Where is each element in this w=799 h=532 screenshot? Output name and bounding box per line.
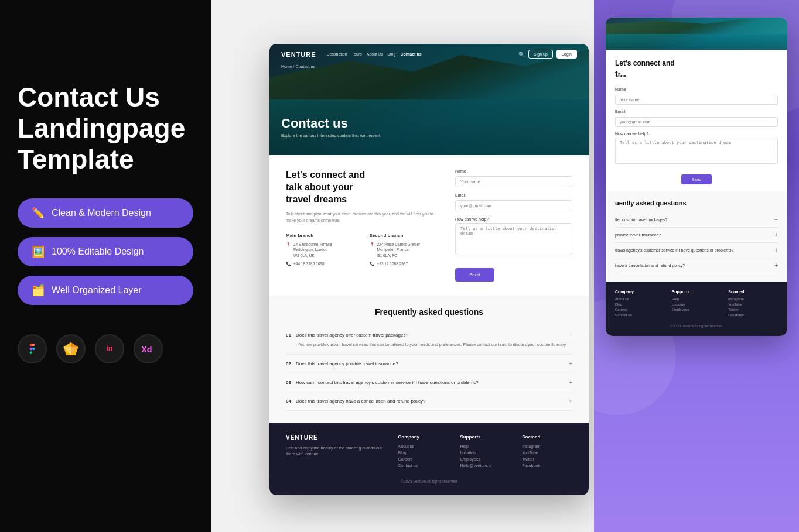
footer-email[interactable]: Hello@venture.io	[460, 464, 510, 468]
feature-badges: ✏️ Clean & Modern Design 🖼️ 100% Editabl…	[18, 198, 193, 305]
footer-location[interactable]: Location	[460, 451, 510, 455]
right-email-group: Email	[615, 109, 778, 127]
second-branch-phone: 📞 +33 12 1088 2987	[370, 261, 442, 266]
nav-contact[interactable]: Contact us	[400, 52, 421, 56]
footer-facebook[interactable]: Facebook	[522, 464, 572, 468]
faq-item-1[interactable]: 01 Does this travel agency offer custom …	[286, 326, 572, 355]
right-faq-item-3[interactable]: travel agency's customer service if I ha…	[615, 243, 778, 258]
footer-socmed-title: Socmed	[522, 434, 572, 440]
right-help-textarea[interactable]	[615, 138, 778, 164]
faq-item-2[interactable]: 02 Does this travel agency provide trave…	[286, 355, 572, 373]
footer-twitter[interactable]: Twitter	[522, 457, 572, 461]
right-send-button[interactable]: Send	[681, 174, 712, 184]
center-panel: VENTURE Destination Tours About us Blog …	[211, 0, 594, 532]
footer-company-title: Company	[398, 434, 449, 440]
search-icon[interactable]: 🔍	[518, 52, 525, 57]
nav-tours[interactable]: Tours	[352, 52, 362, 56]
footer-employees[interactable]: Employees	[460, 457, 510, 461]
footer-aboutus[interactable]: About us	[398, 444, 449, 448]
faq-num-3: 03	[286, 380, 291, 385]
clean-modern-badge[interactable]: ✏️ Clean & Modern Design	[18, 198, 193, 228]
faq-text-2: Does this travel agency provide travel i…	[296, 361, 569, 366]
right-footer-youtube[interactable]: YouTube	[728, 303, 778, 306]
faq-minus-1[interactable]: −	[569, 332, 572, 338]
faq-question-1: 01 Does this travel agency offer custom …	[286, 332, 572, 338]
organized-badge[interactable]: 🗂️ Well Organized Layer	[18, 276, 193, 305]
faq-title: Frequently asked questions	[286, 307, 572, 317]
nav-about[interactable]: About us	[367, 52, 383, 56]
footer-tagline: Feel and enjoy the beauty of the amazing…	[286, 445, 387, 458]
breadcrumb: Home / Contact us	[281, 64, 315, 68]
footer-careers[interactable]: Careers	[398, 457, 449, 461]
name-input[interactable]	[455, 176, 572, 187]
faq-text-4: Does this travel agency have a cancellat…	[296, 399, 569, 404]
email-field-group: Email	[455, 193, 572, 211]
right-faq-plus-4[interactable]: +	[774, 262, 778, 269]
right-faq-text-3: travel agency's customer service if I ha…	[615, 248, 774, 252]
contact-section: Let's connect andtalk about yourtravel d…	[269, 155, 589, 296]
page-title: Contact UsLandingpageTemplate	[18, 82, 193, 175]
right-footer-facebook[interactable]: Facebook	[728, 313, 778, 317]
design-icon: ✏️	[32, 207, 45, 219]
right-footer-col-company: Company About us Blog Careers Contact us	[615, 290, 665, 318]
name-field-group: Name	[455, 169, 572, 187]
right-footer-insta[interactable]: instagram	[728, 297, 778, 301]
right-footer-company-title: Company	[615, 290, 665, 294]
faq-question-2: 02 Does this travel agency provide trave…	[286, 361, 572, 367]
right-footer-location[interactable]: Location	[672, 303, 722, 306]
send-button[interactable]: Send	[455, 268, 494, 282]
login-button[interactable]: Login	[556, 50, 577, 59]
email-input[interactable]	[455, 200, 572, 211]
right-faq-plus-3[interactable]: +	[774, 247, 778, 253]
right-faq-item-4[interactable]: have a cancellation and refund policy? +	[615, 258, 778, 273]
help-textarea[interactable]	[455, 223, 572, 255]
signup-button[interactable]: Sign up	[528, 50, 553, 59]
second-branch-address: 📍 224 Place Carnot GrenierMontpelier, Fr…	[370, 242, 442, 258]
right-footer-careers[interactable]: Careers	[615, 308, 665, 311]
faq-num-1: 01	[286, 332, 291, 338]
main-address-text: 24 Eastbourne TerracePaddington, LondonW…	[293, 242, 332, 258]
website-mockup: VENTURE Destination Tours About us Blog …	[269, 44, 589, 495]
right-faq-item-2[interactable]: provide travel insurance? +	[615, 228, 778, 243]
footer-blog[interactable]: Blog	[398, 451, 449, 455]
right-footer-col-supports: Supports Help Location Employees	[672, 290, 722, 318]
footer-help[interactable]: Help	[460, 444, 510, 448]
faq-item-3[interactable]: 03 How can I contact this travel agency'…	[286, 373, 572, 392]
nav-destination[interactable]: Destination	[327, 52, 347, 56]
nav-blog[interactable]: Blog	[387, 52, 395, 56]
faq-answer-1: Yes, we provide custom travel services t…	[286, 342, 572, 348]
location-icon: 📍	[286, 242, 291, 247]
right-name-input[interactable]	[615, 95, 778, 105]
right-footer-twitter[interactable]: Twitter	[728, 308, 778, 311]
right-email-input[interactable]	[615, 117, 778, 127]
faq-plus-4[interactable]: +	[569, 398, 572, 404]
faq-num-4: 04	[286, 399, 291, 404]
email-label: Email	[455, 193, 572, 197]
faq-plus-2[interactable]: +	[569, 361, 572, 367]
footer-contact[interactable]: Contact us	[398, 464, 449, 468]
xd-icon[interactable]: Xd	[134, 334, 163, 363]
footer-youtube[interactable]: YouTube	[522, 451, 572, 455]
nav-links: Destination Tours About us Blog Contact …	[327, 52, 514, 56]
nav-actions: 🔍 Sign up Login	[518, 50, 577, 59]
faq-plus-3[interactable]: +	[569, 379, 572, 386]
right-faq-item-1[interactable]: ffer custom travel packages? −	[615, 212, 778, 228]
second-branch-title: Second branch	[370, 233, 442, 238]
right-footer-blog[interactable]: Blog	[615, 303, 665, 306]
faq-item-4[interactable]: 04 Does this travel agency have a cancel…	[286, 392, 572, 411]
editable-badge[interactable]: 🖼️ 100% Editable Design	[18, 237, 193, 266]
right-footer-contact[interactable]: Contact us	[615, 313, 665, 317]
sketch-icon[interactable]	[56, 334, 86, 363]
svg-text:Xd: Xd	[141, 345, 152, 354]
right-name-group: Name	[615, 87, 778, 105]
right-footer-about[interactable]: About us	[615, 297, 665, 301]
figma-icon[interactable]	[18, 334, 47, 363]
right-email-label: Email	[615, 109, 778, 114]
right-help-group: How can we help?	[615, 132, 778, 166]
right-footer-help[interactable]: Help	[672, 297, 722, 301]
right-faq-minus[interactable]: −	[774, 217, 778, 223]
invision-icon[interactable]: in	[95, 334, 124, 363]
right-faq-plus-2[interactable]: +	[774, 232, 778, 238]
footer-instagram[interactable]: Instagram	[522, 444, 572, 448]
right-footer-employees[interactable]: Employees	[672, 308, 722, 311]
